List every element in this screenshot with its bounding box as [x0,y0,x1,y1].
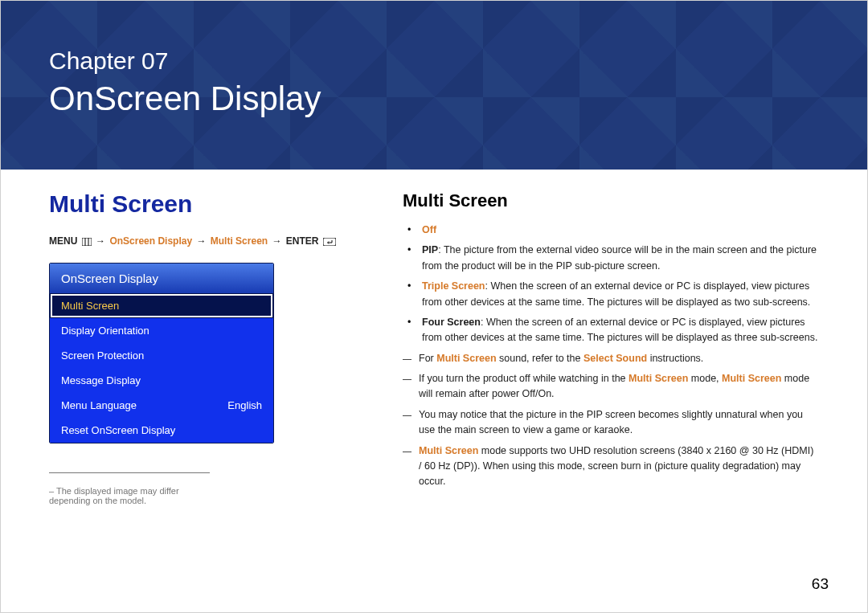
arrow-icon: → [196,235,206,247]
option-four: Four Screen: When the screen of an exter… [419,315,819,346]
page-number: 63 [812,575,829,593]
note-text: mode, [688,373,722,384]
right-column: Multi Screen Off PIP: The picture from t… [403,190,819,505]
chapter-header: Chapter 07 OnScreen Display [1,1,867,170]
note-sound: For Multi Screen sound, refer to the Sel… [403,351,819,366]
chapter-title: OnScreen Display [49,80,867,118]
osd-item-display-orientation[interactable]: Display Orientation [50,318,273,343]
note-highlight: Multi Screen [419,445,478,456]
section-heading-left: Multi Screen [49,190,354,218]
option-triple: Triple Screen: When the screen of an ext… [419,279,819,310]
menu-grid-icon [82,237,92,248]
option-pip: PIP: The picture from the external video… [419,243,819,274]
osd-item-menu-language[interactable]: Menu Language English [50,393,273,418]
notes-list: For Multi Screen sound, refer to the Sel… [403,351,819,490]
breadcrumb-seg2: Multi Screen [211,235,268,247]
note-highlight: Multi Screen [436,353,496,364]
section-heading-right: Multi Screen [403,190,819,211]
note-text: You may notice that the picture in the P… [419,409,803,435]
osd-item-label: Multi Screen [61,300,119,312]
option-off-label: Off [422,224,436,235]
svg-rect-0 [82,238,92,246]
option-pip-label: PIP [422,244,438,255]
osd-item-label: Reset OnScreen Display [61,424,175,436]
note-highlight: Multi Screen [628,373,688,384]
note-pip-quality: You may notice that the picture in the P… [403,407,819,439]
osd-item-label: Message Display [61,374,141,386]
note-uhd: Multi Screen mode supports two UHD resol… [403,443,819,490]
svg-rect-3 [323,238,336,246]
osd-item-label: Menu Language [61,399,137,411]
note-text: sound, refer to the [497,353,583,364]
osd-item-reset-osd[interactable]: Reset OnScreen Display [50,418,273,443]
osd-item-multi-screen[interactable]: Multi Screen [50,293,273,318]
chapter-label: Chapter 07 [49,47,867,75]
arrow-icon: → [96,235,105,247]
option-triple-label: Triple Screen [422,280,485,292]
breadcrumb: MENU → OnScreen Display → Multi Screen →… [49,235,354,248]
note-text: If you turn the product off while watchi… [419,373,628,384]
option-four-label: Four Screen [422,317,481,328]
options-list: Off PIP: The picture from the external v… [403,223,819,346]
osd-menu-items: Multi Screen Display Orientation Screen … [50,293,273,443]
breadcrumb-seg1: OnScreen Display [109,235,192,247]
osd-item-screen-protection[interactable]: Screen Protection [50,343,273,368]
note-power: If you turn the product off while watchi… [403,371,819,403]
osd-menu-panel: OnScreen Display Multi Screen Display Or… [49,263,274,443]
note-text: mode supports two UHD resolution screens… [419,445,813,488]
note-highlight: Select Sound [583,353,647,364]
left-column: Multi Screen MENU → OnScreen Display → M… [49,190,354,505]
osd-menu-title: OnScreen Display [50,264,273,293]
note-text: instructions. [647,353,703,364]
header-text: Chapter 07 OnScreen Display [1,1,867,118]
option-pip-text: : The picture from the external video so… [422,244,817,271]
option-four-text: : When the screen of an external device … [422,317,817,343]
osd-item-label: Screen Protection [61,349,144,362]
note-highlight: Multi Screen [722,373,781,384]
osd-item-value: English [227,399,262,411]
panel-footnote: The displayed image may differ depending… [49,472,210,505]
option-off: Off [419,223,819,238]
page-content: Multi Screen MENU → OnScreen Display → M… [1,170,867,505]
arrow-icon: → [272,235,281,247]
osd-item-label: Display Orientation [61,325,149,337]
enter-icon [323,237,336,248]
breadcrumb-menu: MENU [49,235,77,247]
osd-item-message-display[interactable]: Message Display [50,368,273,393]
note-text: For [419,353,436,364]
breadcrumb-enter: ENTER [286,235,319,247]
